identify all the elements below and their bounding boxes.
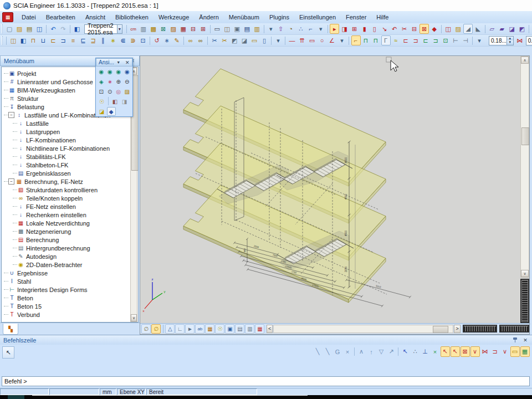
render-off-icon[interactable]: ∅ <box>141 324 151 334</box>
search-icon[interactable]: ∞ <box>196 35 206 45</box>
sidebar-item-integriertes-design-forms[interactable]: ⊢Integriertes Design Forms <box>2 285 130 294</box>
more-icon[interactable]: ▾ <box>266 24 275 34</box>
zoom-out-icon[interactable]: ⊖ <box>123 77 131 86</box>
bim-extend-icon[interactable]: ⊏ <box>49 35 58 45</box>
stamp-2-icon[interactable]: ▯ <box>260 35 269 45</box>
select-curve-icon[interactable]: ↘ <box>380 24 389 34</box>
snap-green-icon[interactable]: × <box>431 346 440 357</box>
snap-tangent-2-icon[interactable]: ⋈ <box>480 346 490 357</box>
sidebar-item-beton[interactable]: TBeton <box>2 294 130 302</box>
menu-hilfe[interactable]: Hilfe <box>371 12 393 22</box>
step-spinner-down-icon[interactable]: ▼ <box>507 40 513 45</box>
member-icon[interactable]: ⊞ <box>198 24 208 34</box>
snap-endpoint-icon[interactable]: ↖ <box>451 346 460 357</box>
clip-box-icon[interactable]: ◪ <box>98 107 106 116</box>
command-input[interactable] <box>2 376 530 386</box>
sidebar-item-rechenkern-einstellen[interactable]: ↓Rechenkern einstellen <box>2 211 130 219</box>
menu-plugins[interactable]: Plugins <box>264 12 294 22</box>
more-icon[interactable]: ▾ <box>475 35 484 45</box>
grid-view-icon[interactable]: ▦ <box>255 324 264 334</box>
befehlszeile-close-icon[interactable]: ✕ <box>521 336 530 344</box>
expander-minus-icon[interactable]: − <box>8 178 14 185</box>
view-x-icon[interactable]: ◉ <box>98 67 106 76</box>
save-all-icon[interactable]: ▤ <box>25 24 34 34</box>
binoculars-icon[interactable]: ∞ <box>186 35 196 45</box>
circle-icon[interactable]: ○ <box>318 35 327 45</box>
menu-ansicht[interactable]: Ansicht <box>80 12 110 22</box>
plate-2-icon[interactable]: ⊓ <box>371 35 381 45</box>
ucs-icon[interactable]: ∗ <box>106 77 114 86</box>
light-icon[interactable]: ☉ <box>98 97 106 106</box>
bim-offset-icon[interactable]: ∥ <box>99 35 108 45</box>
line-icon[interactable]: — <box>288 35 297 45</box>
menu-einstellungen[interactable]: Einstellungen <box>294 12 341 22</box>
viewport-hscrollbar[interactable] <box>273 325 453 333</box>
sidebar-item-lastf-lle[interactable]: ↓Lastfälle <box>2 119 130 127</box>
measure-icon[interactable]: ▭ <box>510 346 520 357</box>
select-previous-icon[interactable]: ↶ <box>390 24 399 34</box>
rotate-icon[interactable]: ◩ <box>517 24 526 34</box>
table-view-2-icon[interactable]: ▥ <box>245 324 254 334</box>
snap-triangle-icon[interactable]: ▽ <box>377 346 386 357</box>
step-spinner[interactable]: 0.18... ▲▼ <box>489 36 514 45</box>
table-view-1-icon[interactable]: ▤ <box>235 324 244 334</box>
plate-9-icon[interactable]: ⊡ <box>441 35 451 45</box>
palette-dropdown-icon[interactable]: ▼ <box>114 58 123 66</box>
angle-icon[interactable]: ∠ <box>328 35 337 45</box>
new-project-icon[interactable]: ▢ <box>5 24 14 34</box>
menu--ndern[interactable]: Ändern <box>194 12 223 22</box>
view-y-icon[interactable]: ◉ <box>106 67 114 76</box>
select-node-icon[interactable]: ⊞ <box>350 24 359 34</box>
supports-icon[interactable]: ► <box>185 324 195 334</box>
bim-align-icon[interactable]: ◧ <box>19 35 28 45</box>
select-plate-icon[interactable]: ▮ <box>360 24 369 34</box>
plate-3-icon[interactable]: Γ <box>381 35 391 45</box>
open-filter-icon[interactable]: ▨ <box>453 24 463 34</box>
project-combo[interactable]: Treppen2 2015.esa ▾ <box>84 24 122 34</box>
calculator-snap-icon[interactable]: ▦ <box>520 346 530 357</box>
bim-pattern-icon[interactable]: ∗ <box>109 35 118 45</box>
snap-arc-icon[interactable]: ╲ <box>323 346 332 357</box>
sidebar-item-ergebnisklassen[interactable]: ▤Ergebnisklassen <box>2 169 130 177</box>
rectangle-icon[interactable]: ▭ <box>308 35 317 45</box>
snap-cross-icon[interactable]: × <box>343 346 352 357</box>
select-single-icon[interactable]: ▸ <box>330 24 339 34</box>
more-icon[interactable]: ▾ <box>316 24 325 34</box>
undo-icon[interactable]: ↶ <box>49 24 58 34</box>
view-filter-2-icon[interactable]: ◣ <box>473 24 483 34</box>
stamp-icon[interactable]: ▭ <box>250 35 259 45</box>
sidebar-item-hintergrundberechnung[interactable]: ▤Hintergrundberechnung <box>2 244 130 252</box>
viewport-scroll-thumb[interactable] <box>521 127 529 145</box>
clipboard-icon[interactable]: ▨ <box>168 24 178 34</box>
gallery-icon[interactable]: ▥ <box>252 24 262 34</box>
light-params-icon[interactable]: ☉ <box>215 324 224 334</box>
snap-line-icon[interactable]: ╲ <box>313 346 323 357</box>
cursor-snap-icon[interactable]: ↖ <box>401 346 410 357</box>
select-beam-icon[interactable]: ◨ <box>340 24 349 34</box>
sidebar-item-strukturdaten-kontrollieren[interactable]: ▧Strukturdaten kontrollieren <box>2 186 130 194</box>
model-3d-scene[interactable]: 2504750217801254017509624174005313900450… <box>140 56 520 323</box>
model-data-icon[interactable]: ▦ <box>205 324 214 334</box>
open-project-icon[interactable]: ▨ <box>15 24 24 34</box>
plate-5-icon[interactable]: ⊏ <box>401 35 411 45</box>
viewport-scroll-up-icon[interactable]: ∧ <box>521 57 529 64</box>
polyline-icon[interactable]: ⇈ <box>298 35 307 45</box>
move-node-icon[interactable]: ∗ <box>162 35 172 45</box>
step-spinner-up-icon[interactable]: ▲ <box>507 37 513 41</box>
plate-4-icon[interactable]: ≈ <box>391 35 401 45</box>
select-solid-icon[interactable]: ▯ <box>370 24 379 34</box>
select-minus-icon[interactable]: ⊟ <box>410 24 419 34</box>
plate-6-icon[interactable]: ⊐ <box>411 35 421 45</box>
move-icon[interactable]: ◪ <box>507 24 516 34</box>
menu-datei[interactable]: Datei <box>17 12 41 22</box>
sidebar-item-stahlbeton-lfk[interactable]: ↓Stahlbeton-LFK <box>2 161 130 169</box>
menu-bibliotheken[interactable]: Bibliotheken <box>110 12 154 22</box>
paste-props-icon[interactable]: ⇧ <box>276 24 285 34</box>
toolbar-grip[interactable] <box>2 36 3 45</box>
mesh-icon[interactable]: ▦ <box>178 24 188 34</box>
line-grid-icon[interactable]: ⊥ <box>421 346 430 357</box>
bim-fit-icon[interactable]: ⋑ <box>129 35 138 45</box>
bim-split-icon[interactable]: ⊔ <box>39 35 48 45</box>
befehlszeile-header[interactable]: Befehlszeile ✕ <box>0 335 532 345</box>
tree-scroll-down-icon[interactable]: ∨ <box>131 314 137 321</box>
